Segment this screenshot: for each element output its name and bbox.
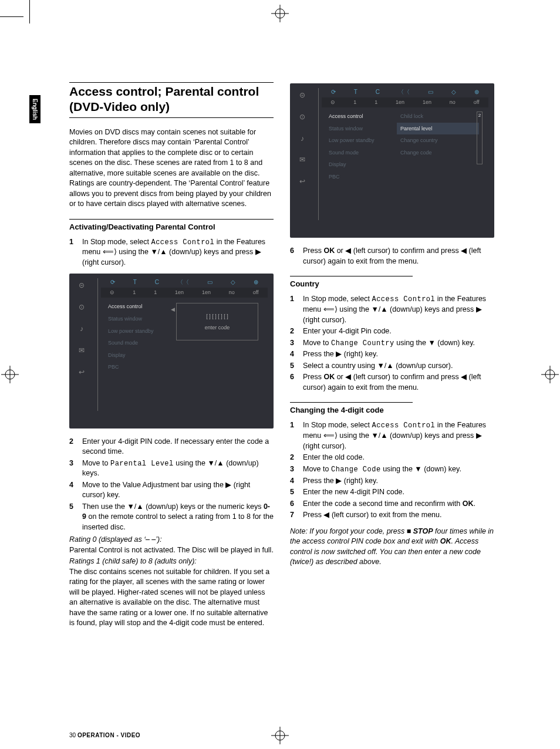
eye-icon: ⊙ — [79, 302, 85, 312]
osd-screenshot-parental-level: ⟳ T C 〈〈 ▭ ◇ ⊕ ⊝ 1 1 1en 1en no off ⊝ ⊙ — [290, 83, 494, 238]
footer-section: OPERATION - VIDEO — [77, 732, 140, 738]
note-icon: ♪ — [80, 324, 83, 334]
heading-change-code: Changing the 4-digit code — [290, 402, 413, 416]
language-tab: English — [29, 95, 41, 123]
speech-icon: ✉ — [79, 346, 85, 356]
list-item: 3 Move to Change Country using the ▼ (do… — [290, 338, 494, 349]
menu-icon: ⟸⟩ — [323, 431, 338, 440]
left-column: Access control; Parental control (DVD-Vi… — [69, 82, 274, 708]
list-item: 4Press the ▶ (right) key. — [290, 349, 494, 360]
registration-mark-bottom — [271, 727, 289, 744]
list-item: 2Enter your 4-digit Pin code. — [290, 326, 494, 337]
eye-icon: ⊙ — [299, 112, 305, 122]
level-bar: 2 — [477, 112, 483, 164]
registration-mark-left — [1, 366, 19, 383]
list-item: 4Press the ▶ (right) key. — [290, 476, 494, 487]
pin-code-field: [ ] [ ] [ ] [ ] — [179, 313, 255, 320]
page-content: Access control; Parental control (DVD-Vi… — [69, 82, 494, 708]
crop-line — [0, 16, 23, 17]
rating-1-heading: Ratings 1 (child safe) to 8 (adults only… — [69, 556, 274, 567]
list-item: 1 In Stop mode, select Access Control in… — [69, 237, 274, 268]
list-item: 2Enter the old code. — [290, 453, 494, 463]
list-item: 5Select a country using ▼/▲ (down/up cur… — [290, 361, 494, 372]
rating-1-body: The disc contains scenes not suitable fo… — [69, 567, 274, 629]
back-icon: ↩ — [79, 367, 85, 377]
heading-activate: Activating/Deactivating Parental Control — [69, 219, 274, 232]
rating-0-heading: Rating 0 (displayed as ‘– –’): — [69, 535, 274, 545]
step-number: 1 — [69, 237, 82, 268]
list-item: 6 Press OK or ◀ (left cursor) to confirm… — [290, 246, 494, 266]
heading-country: Country — [290, 276, 413, 289]
page-number: 30 — [69, 732, 76, 738]
right-column: ⟳ T C 〈〈 ▭ ◇ ⊕ ⊝ 1 1 1en 1en no off ⊝ ⊙ — [290, 82, 494, 708]
list-item: 3 Move to Change Code using the ▼ (down)… — [290, 464, 494, 475]
registration-mark-top — [271, 5, 289, 22]
intro-paragraph: Movies on DVD discs may contain scenes n… — [69, 127, 274, 210]
menu-icon: ⟸⟩ — [103, 248, 117, 256]
forgot-code-note: Note: If you forgot your code, press ■ S… — [290, 527, 494, 568]
list-item: 6 Enter the code a second time and recon… — [290, 499, 494, 510]
list-item: 5 Then use the ▼/▲ (down/up) keys or the… — [69, 502, 274, 533]
list-item: 6 Press OK or ◀ (left cursor) to confirm… — [290, 372, 494, 393]
page-title: Access control; Parental control (DVD-Vi… — [69, 82, 274, 118]
step-text: In Stop mode, select Access Control in t… — [82, 237, 274, 268]
gear-icon: ⊝ — [79, 281, 85, 291]
list-item: 1 In Stop mode, select Access Control in… — [290, 420, 494, 451]
list-item: 3 Move to Parental Level using the ▼/▲ (… — [69, 458, 274, 479]
note-icon: ♪ — [301, 134, 304, 144]
speech-icon: ✉ — [299, 155, 305, 165]
page-footer: 30 OPERATION - VIDEO — [69, 732, 140, 738]
registration-mark-right — [541, 366, 559, 383]
back-icon: ↩ — [299, 177, 305, 187]
crop-line — [29, 0, 30, 23]
menu-icon: ⟸⟩ — [323, 305, 338, 313]
list-item: 5Enter the new 4-digit PIN code. — [290, 487, 494, 498]
list-item: 4 Move to the Value Adjustment bar using… — [69, 480, 274, 501]
osd-screenshot-enter-code: ⟳ T C 〈〈 ▭ ◇ ⊕ ⊝ 1 1 1en 1en no off ⊝ ⊙ — [69, 274, 274, 428]
list-item: 1 In Stop mode, select Access Control in… — [290, 294, 494, 325]
gear-icon: ⊝ — [299, 90, 305, 100]
list-item: 7Press ◀ (left cursor) to exit from the … — [290, 510, 494, 521]
list-item: 2 Enter your 4-digit PIN code. If necess… — [69, 437, 274, 457]
rating-0-body: Parental Control is not activated. The D… — [69, 545, 274, 556]
